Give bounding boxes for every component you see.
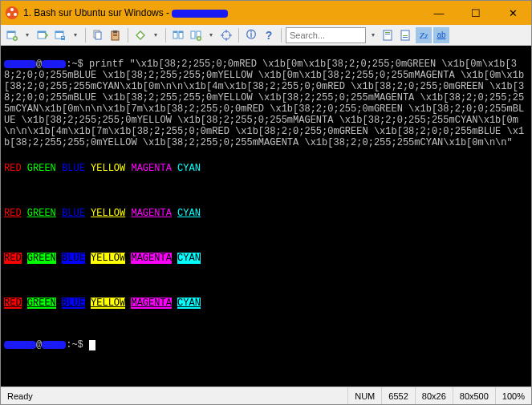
status-winsize: 80x26 — [416, 387, 453, 404]
help-icon[interactable]: ? — [261, 27, 277, 43]
case-toggle-icon[interactable]: Zz — [416, 27, 432, 43]
svg-rect-1 — [7, 31, 15, 33]
dropdown-icon[interactable]: ▾ — [70, 27, 81, 43]
svg-rect-10 — [95, 32, 101, 39]
dropdown-icon[interactable]: ▾ — [150, 27, 161, 43]
terminal-area[interactable]: @:~$ printf "\x1b[38;2;255;0;0mRED \x1b[… — [1, 46, 531, 387]
search-dropdown-icon[interactable]: ▾ — [368, 27, 379, 43]
status-zoom: 100% — [496, 387, 531, 404]
panel-icon[interactable] — [170, 27, 186, 43]
command-text: printf "\x1b[38;2;255;0;0mRED \x1b[0m\x1… — [4, 59, 524, 148]
separator — [128, 28, 128, 43]
minimize-button[interactable]: — — [420, 1, 457, 25]
close-button[interactable]: ✕ — [494, 1, 531, 25]
panel-add-icon[interactable] — [188, 27, 204, 43]
svg-rect-26 — [385, 32, 390, 33]
separator — [281, 28, 282, 43]
svg-rect-12 — [113, 30, 117, 33]
cursor — [89, 340, 95, 350]
toolbar: ▾ ▾ ▾ ▾ ⓘ ? ▾ Zz ab — [1, 25, 531, 46]
status-ready: Ready — [1, 387, 348, 404]
svg-rect-30 — [403, 37, 408, 38]
prompt-line: @:~$ — [4, 339, 528, 350]
find-next-icon[interactable] — [380, 27, 396, 43]
svg-rect-13 — [113, 34, 117, 34]
output-row-inverse: RED GREEN BLUE YELLOW MAGENTA CYAN — [4, 253, 528, 264]
target-icon[interactable] — [218, 27, 234, 43]
status-num: NUM — [348, 387, 382, 404]
svg-rect-8 — [62, 37, 64, 38]
save-session-icon[interactable] — [52, 27, 68, 43]
new-window-icon[interactable] — [4, 27, 20, 43]
separator — [238, 28, 239, 43]
ubuntu-icon — [6, 6, 18, 19]
svg-rect-29 — [403, 35, 408, 36]
find-prev-icon[interactable] — [398, 27, 414, 43]
regex-toggle-icon[interactable]: ab — [433, 27, 449, 43]
title-bar[interactable]: 1. Bash sur Ubuntu sur Windows - — ☐ ✕ — [1, 1, 531, 25]
status-bufsize: 80x500 — [453, 387, 496, 404]
open-session-icon[interactable] — [35, 27, 51, 43]
output-row-underline: RED GREEN BLUE YELLOW MAGENTA CYAN — [4, 208, 528, 219]
svg-rect-25 — [384, 30, 392, 40]
output-row-inverse-underline: RED GREEN BLUE YELLOW MAGENTA CYAN — [4, 298, 528, 309]
svg-rect-27 — [385, 34, 390, 34]
svg-rect-19 — [173, 31, 177, 33]
maximize-button[interactable]: ☐ — [457, 1, 494, 25]
redacted-scribble — [172, 10, 228, 18]
svg-rect-7 — [61, 36, 65, 40]
svg-rect-20 — [179, 31, 183, 33]
dropdown-icon[interactable]: ▾ — [22, 27, 33, 43]
copy-icon[interactable] — [90, 27, 106, 43]
prompt-line: @:~$ printf "\x1b[38;2;255;0;0mRED \x1b[… — [4, 59, 528, 148]
svg-rect-21 — [191, 31, 195, 38]
dropdown-icon[interactable]: ▾ — [205, 27, 217, 43]
svg-rect-14 — [113, 35, 117, 36]
separator — [85, 28, 86, 43]
svg-rect-4 — [38, 31, 46, 33]
status-pid: 6552 — [382, 387, 415, 404]
info-icon[interactable]: ⓘ — [243, 27, 259, 43]
nav-icon[interactable] — [132, 27, 148, 43]
search-input[interactable] — [286, 27, 366, 43]
separator — [165, 28, 166, 43]
output-row-plain: RED GREEN BLUE YELLOW MAGENTA CYAN — [4, 163, 528, 174]
status-bar: Ready NUM 6552 80x26 80x500 100% — [1, 387, 531, 404]
paste-icon[interactable] — [108, 27, 124, 43]
window-title: 1. Bash sur Ubuntu sur Windows - — [23, 7, 420, 18]
svg-rect-6 — [55, 31, 63, 33]
